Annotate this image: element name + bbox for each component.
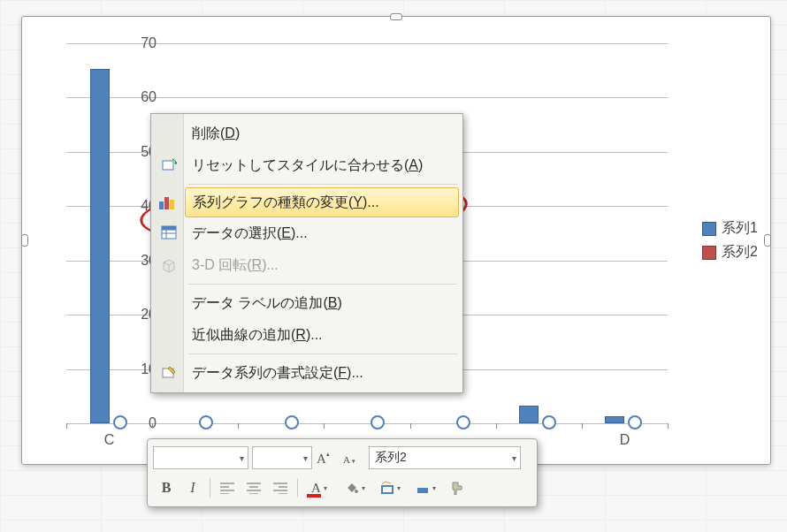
chevron-down-icon: ▾ [432,484,436,492]
cube-icon [159,255,179,275]
svg-rect-3 [170,200,174,209]
chevron-down-icon: ▾ [324,484,327,492]
shape-fill-button[interactable]: ▾ [338,475,371,500]
x-tick-label: D [589,432,660,448]
bar-series1[interactable] [605,416,624,423]
resize-handle-right[interactable] [764,234,771,247]
shrink-font-button[interactable]: A▾ [340,445,364,470]
grow-font-button[interactable]: A▴ [313,445,338,470]
x-tick [66,423,67,429]
shape-outline-button[interactable]: ▾ [373,475,407,500]
svg-rect-2 [164,197,169,209]
menu-item-label: リセットしてスタイルに合わせる(A) [192,156,423,175]
menu-item-add-labels[interactable]: データ ラベルの追加(B) [153,287,461,319]
chevron-down-icon: ▾ [512,453,516,463]
svg-rect-1 [159,201,164,209]
series-combo-value: 系列2 [375,450,407,466]
toolbar-separator [297,478,298,498]
font-color-swatch [307,494,321,498]
series-combo[interactable]: 系列2 ▾ [369,446,521,469]
menu-item-reset[interactable]: リセットしてスタイルに合わせる(A) [153,149,461,181]
legend[interactable]: 系列1 系列2 [702,214,758,267]
reset-icon [159,156,179,175]
chevron-down-icon: ▾ [397,484,401,492]
x-tick [238,423,239,429]
legend-swatch [702,222,716,236]
svg-text:A: A [317,452,326,466]
font-color-button[interactable]: A ▾ [302,475,336,500]
menu-item-label: データの選択(E)... [192,224,308,243]
svg-rect-0 [163,161,173,170]
chevron-down-icon: ▾ [303,453,308,463]
legend-item-series1[interactable]: 系列1 [702,219,758,238]
menu-item-label: データ系列の書式設定(F)... [192,364,363,383]
align-right-button[interactable] [268,475,293,500]
shape-style-button[interactable]: ▾ [409,475,442,500]
svg-text:A: A [343,454,350,465]
x-tick [496,423,497,429]
chart-icon [157,193,177,212]
bold-button[interactable]: B [154,475,179,500]
svg-rect-28 [417,488,428,493]
bar-series1[interactable] [519,406,539,423]
x-tick-label: C [74,432,145,448]
x-tick [324,423,325,429]
menu-item-add-trend[interactable]: 近似曲線の追加(R)... [153,319,461,351]
align-left-button[interactable] [215,475,240,500]
context-menu[interactable]: 削除(D)リセットしてスタイルに合わせる(A)系列グラフの種類の変更(Y)...… [150,113,463,393]
svg-rect-8 [162,226,176,230]
menu-item-label: データ ラベルの追加(B) [192,294,342,313]
svg-text:▴: ▴ [326,451,330,457]
menu-item-rotate-3d: 3-D 回転(R)... [153,249,461,281]
menu-item-label: 系列グラフの種類の変更(Y)... [193,194,379,212]
legend-swatch [702,246,716,260]
legend-label: 系列2 [722,243,758,262]
resize-handle-left[interactable] [21,234,28,247]
menu-item-label: 3-D 回転(R)... [192,256,279,275]
format-icon [159,363,179,383]
svg-point-26 [355,490,358,493]
bar-series1[interactable] [90,69,110,423]
table-icon [159,224,179,243]
align-center-button[interactable] [241,475,266,500]
x-tick [668,423,669,429]
menu-item-change-type[interactable]: 系列グラフの種類の変更(Y)... [185,187,459,217]
menu-separator [188,353,457,354]
mini-toolbar[interactable]: ▾ ▾ A▴ A▾ 系列2 ▾ B I A [147,438,538,507]
font-size-combo[interactable]: ▾ [252,446,312,469]
x-tick [410,423,411,429]
resize-handle-top[interactable] [390,13,402,20]
format-painter-button[interactable] [444,475,469,500]
x-tick [582,423,583,429]
x-tick [152,423,153,429]
menu-separator [188,184,457,185]
menu-item-format-series[interactable]: データ系列の書式設定(F)... [153,357,461,389]
font-name-combo[interactable]: ▾ [153,446,248,469]
toolbar-separator [210,478,210,498]
menu-item-delete[interactable]: 削除(D) [153,118,461,149]
chevron-down-icon: ▾ [240,453,244,463]
menu-separator [188,284,457,285]
menu-item-select-data[interactable]: データの選択(E)... [153,217,461,249]
italic-button[interactable]: I [180,475,205,500]
menu-item-label: 近似曲線の追加(R)... [192,326,323,345]
chevron-down-icon: ▾ [362,484,365,492]
svg-text:▾: ▾ [352,458,355,464]
svg-rect-27 [382,486,393,493]
menu-item-label: 削除(D) [192,125,240,143]
legend-label: 系列1 [722,219,758,238]
legend-item-series2[interactable]: 系列2 [702,243,758,262]
